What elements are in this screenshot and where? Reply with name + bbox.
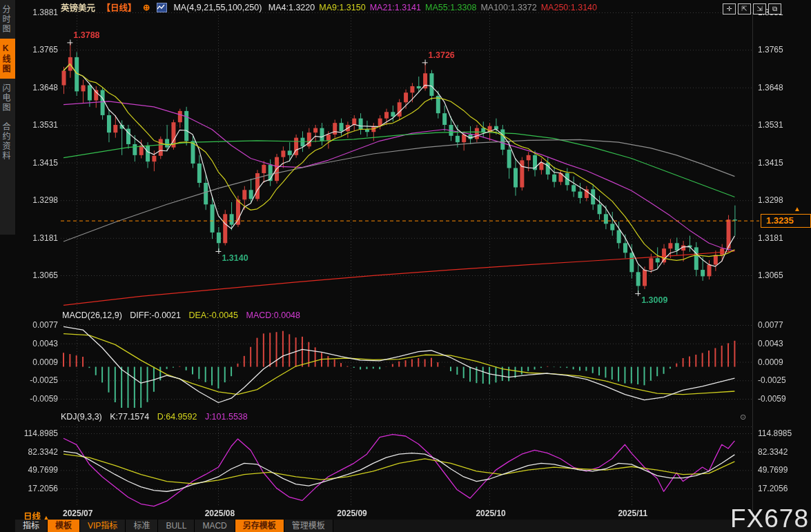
bottom-tab[interactable]: MACD	[195, 520, 235, 532]
price-axis-label: 1.3881	[17, 8, 58, 17]
ma-value: MA4:1.3220	[268, 3, 315, 12]
expand-icon[interactable]: ⧉	[768, 3, 781, 14]
macd-title: MACD(26,12,9)	[62, 311, 122, 320]
ma-value: MA100:1.3372	[480, 3, 536, 12]
kdj-header[interactable]: KDJ(9,3,3) K:77.1574 D:64.9592 J:101.553…	[61, 412, 253, 422]
scale-left-icon[interactable]: ⇱	[738, 3, 751, 14]
compare-plus-icon[interactable]: ⊕	[143, 3, 150, 12]
ma-value: MA9:1.3150	[319, 3, 365, 12]
scale-right-icon[interactable]: ⇲	[753, 3, 766, 14]
price-axis-label: 1.3648	[758, 83, 783, 92]
price-axis-label: 1.3065	[758, 270, 783, 280]
price-up-arrow-icon: ▲	[794, 205, 801, 213]
kdj-axis-label: 114.8985	[758, 428, 792, 438]
kdj-axis-label: 17.2056	[10, 484, 58, 493]
bottom-toolbar: 指标模板VIP指标标准BULLMACD另存模板管理模板	[15, 520, 811, 532]
macd-axis-label: 0.0043	[17, 339, 58, 348]
month-label: 2025/07	[57, 509, 99, 518]
macd-dea-value: DEA:-0.0045	[188, 311, 238, 320]
chart-header: 英镑美元 【日线】 ⊕ MA(4,9,21,55,100,250) MA4:1.…	[61, 1, 605, 12]
macd-axis-label: 0.0077	[758, 320, 783, 330]
ma-value: MA55:1.3308	[425, 3, 476, 12]
month-label: 2025/11	[612, 509, 654, 518]
watermark: FX678	[730, 504, 809, 532]
symbol-name: 英镑美元	[61, 3, 95, 13]
chart-toolbar: ✛⇱⇲⧉	[721, 1, 781, 14]
macd-axis-label: -0.0059	[758, 394, 786, 404]
kdj-settings-icon[interactable]: ⊙	[740, 413, 746, 422]
macd-diff-value: DIFF:-0.0021	[130, 311, 181, 320]
bottom-tab[interactable]: 标准	[126, 520, 158, 532]
price-axis-label: 1.3531	[758, 120, 783, 130]
macd-axis-label: 0.0077	[17, 320, 58, 330]
last-price-tag: 1.3235	[761, 214, 811, 228]
kdj-axis-label: 82.3342	[10, 447, 58, 457]
month-label: 2025/09	[331, 509, 373, 518]
app-root: 分时图K线图闪电图合约资料 英镑美元 【日线】 ⊕ MA(4,9,21,55,1…	[0, 0, 811, 532]
price-annotation: 1.3726	[429, 50, 455, 60]
bottom-tab[interactable]: VIP指标	[80, 520, 126, 532]
sidebar-tab-active[interactable]: K线图	[0, 39, 15, 79]
month-label: 2025/08	[199, 509, 240, 518]
macd-axis-label: -0.0059	[17, 394, 58, 404]
month-label: 2025/10	[470, 509, 511, 518]
kdj-k-value: K:77.1574	[110, 412, 149, 422]
price-annotation: 1.3788	[73, 30, 99, 40]
kdj-axis-label: 17.2056	[758, 484, 788, 493]
price-axis-label: 1.3065	[17, 270, 58, 280]
kdj-axis-label: 49.7699	[10, 465, 58, 475]
sidebar: 分时图K线图闪电图合约资料	[0, 0, 15, 235]
macd-header[interactable]: MACD(26,12,9) DIFF:-0.0021 DEA:-0.0045 M…	[62, 311, 306, 320]
ma-settings-label[interactable]: MA(4,9,21,55,100,250)	[173, 3, 262, 12]
sidebar-tab-item[interactable]: 分时图	[0, 0, 15, 39]
bottom-tab[interactable]: 管理模板	[284, 520, 333, 532]
bottom-tab[interactable]: 模板	[48, 520, 80, 532]
price-axis-label: 1.3415	[758, 158, 783, 168]
kdj-axis-label: 82.3342	[758, 447, 788, 457]
sidebar-tab-item[interactable]: 闪电图	[0, 79, 15, 117]
macd-axis-label: -0.0025	[17, 375, 58, 385]
bottom-tab[interactable]: 另存模板	[235, 520, 284, 532]
kdj-axis-label: 49.7699	[758, 465, 788, 475]
ma-value: MA250:1.3140	[541, 3, 597, 12]
price-annotation: 1.3140	[222, 253, 248, 263]
kdj-d-value: D:64.9592	[157, 412, 197, 422]
macd-axis-label: -0.0025	[758, 375, 786, 385]
macd-axis-label: 0.0043	[758, 339, 783, 348]
macd-axis-label: 0.0009	[17, 357, 58, 367]
price-axis-label: 1.3298	[758, 195, 783, 205]
bottom-tab[interactable]: 指标	[15, 520, 48, 532]
kdj-j-value: J:101.5538	[205, 412, 248, 422]
chart-canvas[interactable]	[0, 0, 811, 532]
price-axis-label: 1.3648	[17, 83, 58, 92]
kdj-title: KDJ(9,3,3)	[61, 412, 102, 422]
price-axis-label: 1.3415	[17, 158, 58, 168]
indicator-icon	[157, 3, 167, 12]
kdj-axis-label: 114.8985	[10, 428, 58, 438]
sidebar-tab-item[interactable]: 合约资料	[0, 117, 15, 166]
price-annotation: 1.3009	[641, 295, 667, 305]
price-axis-label: 1.3531	[17, 120, 58, 130]
crosshair-icon[interactable]: ✛	[723, 3, 736, 14]
macd-hist-value: MACD:0.0048	[246, 311, 301, 320]
macd-axis-label: 0.0009	[758, 357, 783, 367]
price-axis-label: 1.3765	[758, 45, 783, 55]
ma-value: MA21:1.3141	[370, 3, 421, 12]
price-axis-label: 1.3181	[17, 233, 58, 243]
price-axis-label: 1.3298	[17, 195, 58, 205]
period-tag[interactable]: 【日线】	[102, 3, 137, 13]
price-axis-label: 1.3181	[758, 233, 783, 243]
bottom-tab[interactable]: BULL	[158, 520, 195, 532]
ma-values: MA4:1.3220MA9:1.3150MA21:1.3141MA55:1.33…	[268, 2, 601, 12]
price-axis-label: 1.3765	[17, 45, 58, 55]
